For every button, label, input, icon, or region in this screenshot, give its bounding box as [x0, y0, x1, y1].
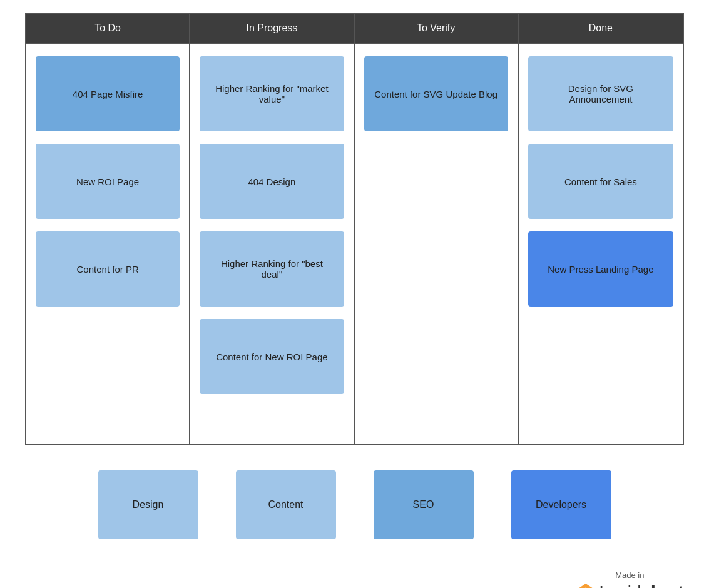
made-in-text: Made in [615, 570, 644, 580]
kanban-body: 404 Page MisfireNew ROI PageContent for … [26, 43, 683, 444]
toverify-column: Content for SVG Update Blog [355, 44, 519, 444]
kanban-card[interactable]: 404 Design [200, 144, 344, 219]
kanban-card[interactable]: 404 Page Misfire [36, 56, 180, 131]
legend-item-content: Content [236, 470, 336, 539]
legend-item-seo: SEO [374, 470, 474, 539]
kanban-card[interactable]: Content for PR [36, 231, 180, 307]
kanban-card[interactable]: Higher Ranking for "market value" [200, 56, 344, 131]
svg-marker-0 [578, 584, 593, 588]
todo-column: 404 Page MisfireNew ROI PageContent for … [26, 44, 190, 444]
kanban-card[interactable]: Content for Sales [528, 144, 673, 219]
column-header-inprogress: In Progress [190, 14, 354, 43]
legend-card-seo[interactable]: SEO [374, 470, 474, 539]
kanban-card[interactable]: New ROI Page [36, 144, 180, 219]
kanban-header: To Do In Progress To Verify Done [26, 14, 683, 43]
kanban-card[interactable]: Content for SVG Update Blog [364, 56, 508, 131]
lucidchart-icon: L [576, 582, 596, 588]
legend-card-content[interactable]: Content [236, 470, 336, 539]
column-header-todo: To Do [26, 14, 190, 43]
logo-text: Lucidchart [599, 582, 684, 588]
inprogress-column: Higher Ranking for "market value"404 Des… [190, 44, 354, 444]
legend-item-design: Design [98, 470, 198, 539]
kanban-card[interactable]: Higher Ranking for "best deal" [200, 231, 344, 307]
kanban-board: To Do In Progress To Verify Done 404 Pag… [25, 13, 684, 445]
kanban-card[interactable]: Design for SVG Announcement [528, 56, 673, 131]
legend-card-developers[interactable]: Developers [511, 470, 611, 539]
legend-item-developers: Developers [511, 470, 611, 539]
legend-card-design[interactable]: Design [98, 470, 198, 539]
done-column: Design for SVG AnnouncementContent for S… [519, 44, 683, 444]
kanban-card[interactable]: New Press Landing Page [528, 231, 673, 307]
logo-row: L Lucidchart [576, 582, 684, 588]
kanban-card[interactable]: Content for New ROI Page [200, 319, 344, 394]
column-header-done: Done [519, 14, 683, 43]
legend-section: DesignContentSEODevelopers [25, 470, 684, 539]
lucidchart-logo: Made in L Lucidchart [576, 570, 684, 588]
footer: Made in L Lucidchart [0, 552, 709, 588]
column-header-toverify: To Verify [355, 14, 519, 43]
